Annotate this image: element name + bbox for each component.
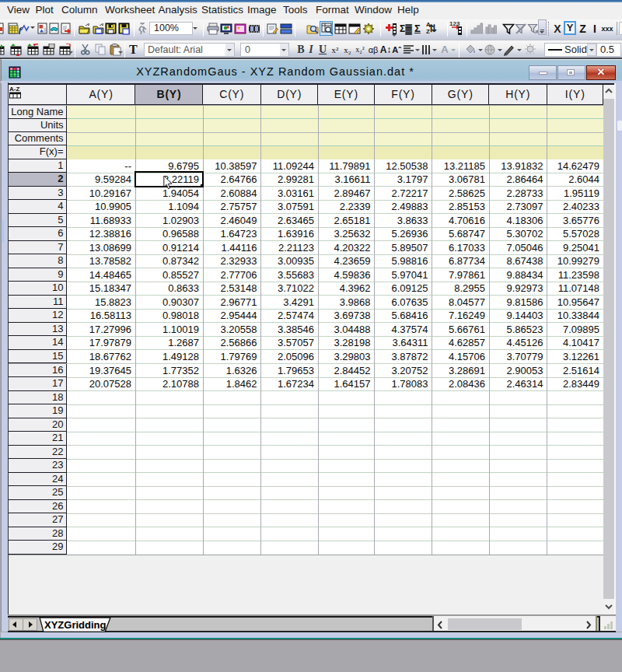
- svg-text:A-Z: A-Z: [9, 86, 19, 93]
